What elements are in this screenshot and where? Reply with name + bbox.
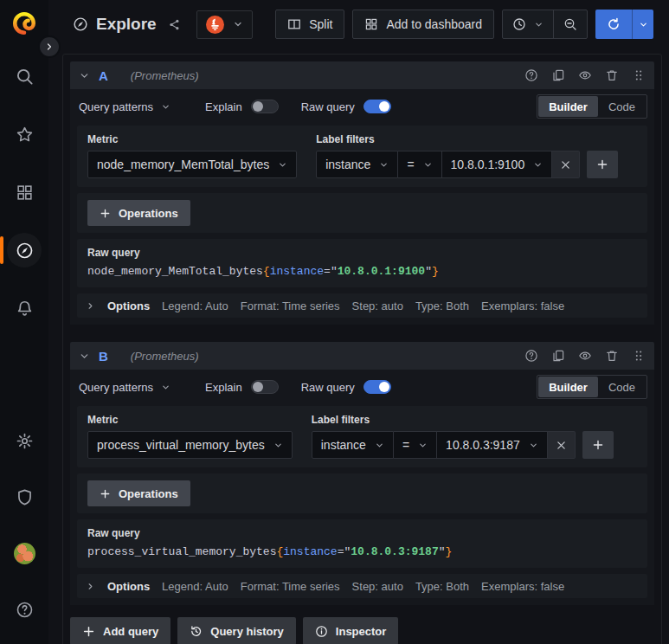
query-patterns-button[interactable]: Query patterns [77, 97, 177, 117]
sidebar-item-explore[interactable] [7, 233, 42, 267]
label-filters-label: Label filters [312, 414, 614, 426]
sidebar-expand-button[interactable] [38, 35, 61, 58]
query-ref-id: A [99, 68, 108, 83]
explore-compass-icon [16, 242, 34, 260]
sidebar-item-search[interactable] [7, 59, 42, 93]
raw-query-label: Raw query [87, 527, 637, 539]
chevron-down-icon [534, 20, 544, 29]
plus-icon [592, 439, 604, 451]
drag-handle-icon[interactable] [632, 68, 646, 82]
query-patterns-button[interactable]: Query patterns [77, 377, 177, 397]
query-options-toggle[interactable]: Options Legend: Auto Format: Time series… [77, 574, 647, 598]
raw-query-label: Raw query [301, 100, 355, 113]
zoom-out-icon [563, 17, 577, 31]
plus-icon [596, 158, 608, 171]
filter-label-select[interactable]: instance [316, 151, 398, 178]
run-query-button[interactable] [595, 10, 632, 39]
metric-label: Metric [87, 133, 297, 145]
toggle-visibility-eye-icon[interactable] [578, 349, 592, 363]
clock-icon [512, 17, 526, 31]
search-icon [16, 68, 34, 86]
filter-value-select[interactable]: 10.8.0.1:9100 [442, 151, 553, 178]
plus-icon [100, 488, 111, 499]
raw-query-label: Raw query [301, 381, 355, 394]
query-help-icon[interactable] [524, 68, 538, 82]
options-step: Step: auto [352, 299, 403, 312]
remove-query-trash-icon[interactable] [605, 349, 619, 363]
query-datasource-hint: (Prometheus) [131, 350, 199, 363]
split-icon [287, 17, 301, 31]
explore-content: A (Prometheus) [48, 48, 669, 644]
query-row-header-b[interactable]: B (Prometheus) [70, 342, 654, 370]
split-label: Split [309, 17, 332, 31]
collapse-chevron-icon[interactable] [79, 70, 90, 81]
remove-filter-button[interactable] [548, 431, 576, 459]
sidebar-item-help[interactable] [7, 592, 42, 627]
raw-query-panel: Raw query process_virtual_memory_bytes{i… [77, 519, 647, 568]
filter-operator-select[interactable]: = [398, 151, 441, 178]
add-operation-button[interactable]: Operations [87, 480, 190, 506]
share-icon[interactable] [168, 18, 181, 31]
chevron-right-icon [86, 582, 95, 591]
code-mode-tab[interactable]: Code [598, 377, 646, 397]
drag-handle-icon[interactable] [632, 349, 646, 363]
remove-query-trash-icon[interactable] [605, 68, 619, 82]
dashboards-grid-icon [16, 184, 34, 202]
duplicate-query-icon[interactable] [551, 349, 565, 363]
sidebar-item-starred[interactable] [7, 117, 42, 151]
query-editor-row-a: A (Prometheus) [70, 61, 654, 325]
builder-mode-tab[interactable]: Builder [538, 96, 598, 117]
sidebar [0, 0, 48, 644]
add-filter-button[interactable] [582, 431, 614, 459]
sidebar-nav-bottom [7, 423, 42, 627]
query-row-header-a[interactable]: A (Prometheus) [70, 61, 654, 89]
time-picker-button[interactable] [503, 10, 553, 38]
split-button[interactable]: Split [275, 10, 344, 39]
sync-refresh-icon [607, 17, 621, 31]
filter-value-select[interactable]: 10.8.0.3:9187 [437, 431, 548, 459]
filter-operator-select[interactable]: = [394, 431, 437, 459]
explain-toggle[interactable] [251, 380, 279, 394]
options-legend: Legend: Auto [162, 580, 228, 593]
sidebar-item-dashboards[interactable] [7, 175, 42, 209]
raw-query-toggle[interactable] [363, 100, 391, 113]
datasource-picker[interactable] [196, 10, 253, 39]
sidebar-item-profile[interactable] [7, 536, 42, 570]
toggle-visibility-eye-icon[interactable] [578, 68, 592, 82]
raw-query-toggle[interactable] [363, 380, 391, 394]
filter-label-select[interactable]: instance [312, 431, 394, 459]
chevron-down-icon [161, 102, 170, 112]
query-options-toggle[interactable]: Options Legend: Auto Format: Time series… [77, 293, 647, 318]
collapse-chevron-icon[interactable] [79, 351, 90, 362]
builder-mode-tab[interactable]: Builder [538, 377, 598, 397]
run-interval-dropdown[interactable] [632, 10, 653, 39]
page-title: Explore [96, 15, 157, 34]
add-to-dashboard-button[interactable]: Add to dashboard [352, 10, 494, 39]
explain-toggle[interactable] [251, 100, 279, 113]
close-icon [556, 440, 567, 451]
query-ref-id: B [99, 349, 108, 364]
add-query-button[interactable]: Add query [70, 617, 170, 644]
query-help-icon[interactable] [524, 349, 538, 363]
add-operation-button[interactable]: Operations [87, 200, 190, 226]
grafana-logo-icon[interactable] [11, 10, 37, 36]
duplicate-query-icon[interactable] [551, 68, 565, 82]
zoom-out-time-button[interactable] [553, 10, 587, 38]
inspector-button[interactable]: Inspector [303, 617, 399, 644]
code-mode-tab[interactable]: Code [598, 96, 646, 117]
sidebar-item-server-admin[interactable] [7, 480, 42, 514]
options-title: Options [107, 299, 150, 312]
options-legend: Legend: Auto [162, 299, 228, 312]
add-filter-button[interactable] [587, 151, 618, 178]
remove-filter-button[interactable] [552, 151, 580, 178]
plus-icon [82, 625, 95, 638]
options-format: Format: Time series [241, 580, 340, 593]
metric-select[interactable]: node_memory_MemTotal_bytes [87, 151, 297, 178]
sidebar-item-configuration[interactable] [7, 423, 42, 458]
sidebar-item-alerting[interactable] [7, 291, 42, 325]
query-history-button[interactable]: Query history [177, 617, 296, 644]
chevron-down-icon [375, 441, 384, 450]
chevron-right-icon [86, 301, 95, 311]
label-filters-label: Label filters [316, 133, 618, 145]
metric-select[interactable]: process_virtual_memory_bytes [87, 431, 293, 459]
